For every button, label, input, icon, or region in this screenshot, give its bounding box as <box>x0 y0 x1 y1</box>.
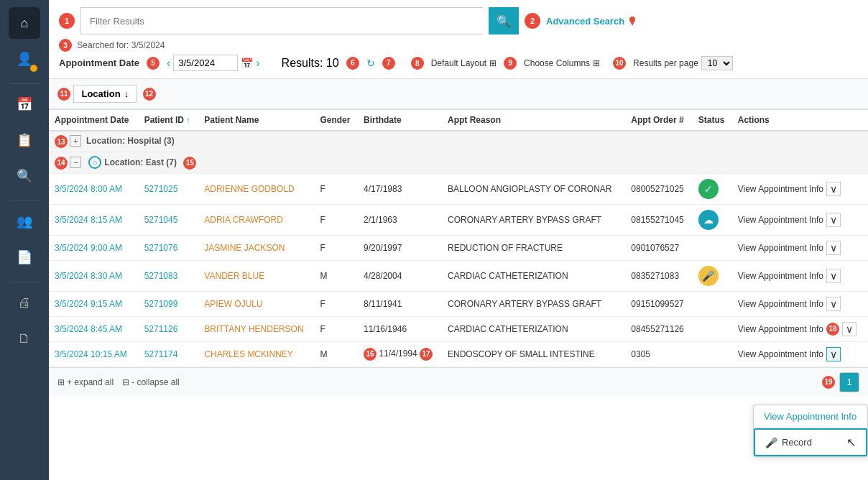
appt-date-link[interactable]: 3/5/2024 9:15 AM <box>55 299 122 309</box>
view-appt-link[interactable]: View Appointment Info <box>738 324 823 334</box>
sidebar-item-search[interactable]: 🔍 <box>9 160 40 192</box>
patient-name-jasmine-link[interactable]: JASMINE JACKSON <box>204 243 285 253</box>
badge-10: 10 <box>613 57 626 70</box>
page-1-button[interactable]: 1 <box>839 372 859 392</box>
table-row: 3/5/2024 8:45 AM 5271126 BRITTANY HENDER… <box>49 316 868 341</box>
sidebar-item-home[interactable]: ⌂ <box>9 7 40 39</box>
action-chevron[interactable]: ∨ <box>826 241 841 255</box>
sidebar-item-user[interactable]: 👤 <box>9 43 40 75</box>
group-expand-east[interactable]: − <box>70 157 81 168</box>
patient-name-link[interactable]: VANDER BLUE <box>204 271 264 281</box>
cell-patient-id: 5271126 <box>139 316 199 341</box>
cell-gender: F <box>314 291 358 316</box>
group-hospital-cell: 13 + Location: Hospital (3) <box>49 131 868 152</box>
popup-view-appt-item[interactable]: View Appointment Info <box>754 405 867 428</box>
patient-name-link[interactable]: ADRIENNE GODBOLD <box>204 184 294 194</box>
date-prev-button[interactable]: ‹ <box>167 57 170 70</box>
svg-marker-1 <box>630 22 634 26</box>
patient-id-link[interactable]: 5271174 <box>144 349 178 359</box>
popup-record-item[interactable]: 🎤 Record ↖ <box>754 428 867 456</box>
patient-name-link[interactable]: ADRIA CRAWFORD <box>204 215 283 225</box>
col-birthdate: Birthdate <box>358 110 442 131</box>
appt-date-link[interactable]: 3/5/2024 10:15 AM <box>55 349 127 359</box>
cell-gender: F <box>314 316 358 341</box>
patient-id-link[interactable]: 5271126 <box>144 324 178 334</box>
view-appt-link[interactable]: View Appointment Info <box>738 349 823 359</box>
action-chevron[interactable]: ∨ <box>826 213 841 227</box>
filter-input[interactable] <box>80 7 483 34</box>
badge-16: 16 <box>364 348 377 361</box>
cell-appt-date: 3/5/2024 8:00 AM <box>49 173 139 204</box>
patient-id-link[interactable]: 5271025 <box>144 184 178 194</box>
sidebar-item-users[interactable]: 👥 <box>9 206 40 237</box>
results-per-page-label: Results per page <box>633 58 698 68</box>
location-sort-button[interactable]: Location ↓ <box>73 85 137 103</box>
cell-appt-reason: CORONARY ARTERY BYPASS GRAFT <box>442 204 625 235</box>
col-status: Status <box>693 110 732 131</box>
view-appt-link[interactable]: View Appointment Info <box>738 215 823 225</box>
patient-id-link[interactable]: 5271076 <box>144 243 178 253</box>
svg-point-0 <box>629 17 635 22</box>
action-chevron[interactable]: ∨ <box>842 322 857 336</box>
appt-date-link[interactable]: 3/5/2024 9:00 AM <box>55 243 122 253</box>
sidebar-item-print[interactable]: 🖨 <box>9 287 40 318</box>
appt-date-link[interactable]: 3/5/2024 8:15 AM <box>55 215 122 225</box>
patient-id-link[interactable]: 5271045 <box>144 215 178 225</box>
sidebar-item-calendar[interactable]: 📅 <box>9 88 40 120</box>
view-appt-link[interactable]: View Appointment Info <box>738 299 823 309</box>
view-appt-link[interactable]: View Appointment Info <box>738 271 823 281</box>
collapse-all-button[interactable]: ⊟ - collapse all <box>122 377 180 387</box>
sidebar-item-document[interactable]: 📄 <box>9 241 40 273</box>
sidebar-item-file[interactable]: 🗋 <box>9 323 40 354</box>
date-next-button[interactable]: › <box>256 57 259 70</box>
refresh-button[interactable]: ↻ <box>366 57 375 69</box>
calendar-icon[interactable]: 📅 <box>241 57 253 69</box>
cell-actions: View Appointment Info ∨ <box>732 204 868 235</box>
layout-button[interactable]: Default Layout ⊞ <box>431 58 497 68</box>
patient-name-link[interactable]: CHARLES MCKINNEY <box>204 349 292 359</box>
pagination: 19 1 <box>822 372 859 392</box>
appt-date-link[interactable]: 3/5/2024 8:30 AM <box>55 271 122 281</box>
layout-label: Default Layout <box>431 58 486 68</box>
cell-appt-date: 3/5/2024 8:45 AM <box>49 316 139 341</box>
patient-name-link[interactable]: APIEW OJULU <box>204 299 262 309</box>
results-per-page-select[interactable]: 10 25 50 <box>701 56 733 70</box>
page-number: 1 <box>847 377 852 387</box>
cell-status: ✓ <box>693 173 732 204</box>
patient-id-link[interactable]: 5271099 <box>144 299 178 309</box>
view-appt-link[interactable]: View Appointment Info <box>738 243 823 253</box>
action-chevron-open[interactable]: ∨ <box>826 347 841 361</box>
action-chevron[interactable]: ∨ <box>826 269 841 283</box>
badge-2: 2 <box>525 13 540 29</box>
group-east-cell: 14 − ○ Location: East (7) 15 <box>49 152 868 174</box>
group-expand-hospital[interactable]: + <box>70 135 81 147</box>
appt-date-link[interactable]: 3/5/2024 8:45 AM <box>55 324 122 334</box>
patient-id-link[interactable]: 5271083 <box>144 271 178 281</box>
badge-14: 14 <box>55 157 68 170</box>
status-mic: 🎤 <box>698 266 719 286</box>
filter-row: Appointment Date 5 ‹ 📅 › Results: 10 6 ↻… <box>59 55 858 71</box>
cell-patient-name: CHARLES MCKINNEY <box>198 341 314 366</box>
action-chevron[interactable]: ∨ <box>826 297 841 311</box>
expand-all-button[interactable]: ⊞ + expand all <box>57 377 114 387</box>
sidebar-item-clipboard[interactable]: 📋 <box>9 124 40 156</box>
date-input[interactable] <box>173 55 238 71</box>
action-chevron[interactable]: ∨ <box>826 182 841 196</box>
location-sort-label: Location <box>81 88 120 99</box>
choose-columns-button[interactable]: Choose Columns ⊞ <box>524 58 600 68</box>
minus-icon: ⊟ <box>122 377 129 387</box>
appt-date-link[interactable]: 3/5/2024 8:00 AM <box>55 184 122 194</box>
cell-patient-id: 5271099 <box>139 291 199 316</box>
cell-birthdate: 9/20/1997 <box>358 235 442 260</box>
user-icon: 👤 <box>17 51 32 67</box>
sidebar: ⌂ 👤 📅 📋 🔍 👥 📄 🖨 🗋 <box>0 0 49 480</box>
cell-patient-id: 5271045 <box>139 204 199 235</box>
group-row-east: 14 − ○ Location: East (7) 15 <box>49 152 868 174</box>
action-cell: View Appointment Info ∨ <box>738 213 862 227</box>
view-appt-link[interactable]: View Appointment Info <box>738 184 823 194</box>
search-button[interactable]: 🔍 <box>489 7 519 34</box>
patient-name-link[interactable]: BRITTANY HENDERSON <box>204 324 303 334</box>
cell-patient-id: 5271025 <box>139 173 199 204</box>
cell-patient-id: 5271076 <box>139 235 199 260</box>
advanced-search-button[interactable]: Advanced Search <box>546 16 637 27</box>
